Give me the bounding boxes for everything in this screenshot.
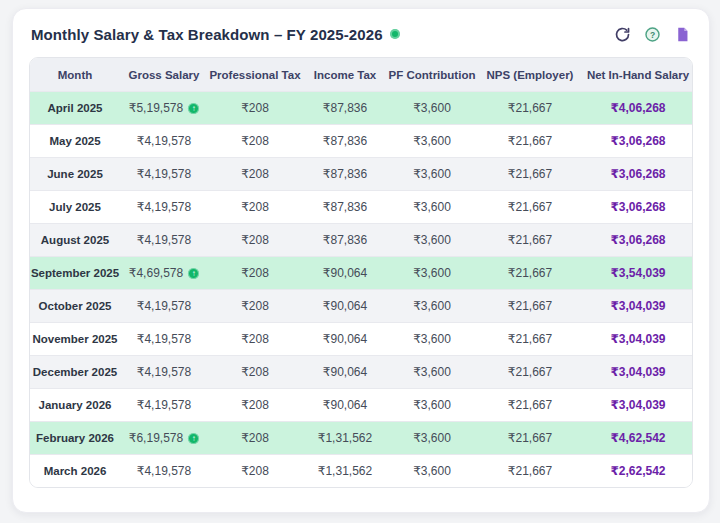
cell-net-in-hand: ₹3,54,039 bbox=[584, 257, 692, 289]
table-row: April 2025 ₹5,19,578↑ ₹208 ₹87,836 ₹3,60… bbox=[30, 91, 692, 124]
cell-month: February 2026 bbox=[30, 422, 120, 454]
cell-income-tax: ₹90,064 bbox=[302, 323, 388, 355]
gross-value: ₹4,19,578 bbox=[137, 233, 191, 247]
cell-income-tax: ₹87,836 bbox=[302, 125, 388, 157]
cell-income-tax: ₹1,31,562 bbox=[302, 422, 388, 454]
cell-net-in-hand: ₹4,62,542 bbox=[584, 422, 692, 454]
gross-value: ₹4,19,578 bbox=[137, 200, 191, 214]
cell-net-in-hand: ₹3,04,039 bbox=[584, 290, 692, 322]
cell-nps-employer: ₹21,667 bbox=[476, 356, 584, 388]
cell-pf-contribution: ₹3,600 bbox=[388, 389, 476, 421]
cell-gross-salary: ₹4,19,578↑ bbox=[120, 323, 208, 355]
cell-pf-contribution: ₹3,600 bbox=[388, 257, 476, 289]
cell-income-tax: ₹90,064 bbox=[302, 290, 388, 322]
cell-gross-salary: ₹4,19,578↑ bbox=[120, 158, 208, 190]
col-header-gross-salary: Gross Salary bbox=[120, 58, 208, 91]
cell-month: April 2025 bbox=[30, 92, 120, 124]
col-header-professional-tax: Professional Tax bbox=[208, 58, 302, 91]
cell-nps-employer: ₹21,667 bbox=[476, 422, 584, 454]
refresh-button[interactable] bbox=[613, 25, 631, 43]
cell-net-in-hand: ₹3,04,039 bbox=[584, 323, 692, 355]
cell-pf-contribution: ₹3,600 bbox=[388, 191, 476, 223]
gross-value: ₹4,19,578 bbox=[137, 299, 191, 313]
cell-month: November 2025 bbox=[30, 323, 120, 355]
gross-value: ₹4,19,578 bbox=[137, 398, 191, 412]
cell-month: June 2025 bbox=[30, 158, 120, 190]
cell-gross-salary: ₹6,19,578↑ bbox=[120, 422, 208, 454]
table-row: May 2025 ₹4,19,578↑ ₹208 ₹87,836 ₹3,600 … bbox=[30, 124, 692, 157]
help-button[interactable]: ? bbox=[643, 25, 661, 43]
cell-pf-contribution: ₹3,600 bbox=[388, 422, 476, 454]
cell-nps-employer: ₹21,667 bbox=[476, 323, 584, 355]
cell-month: December 2025 bbox=[30, 356, 120, 388]
col-header-nps-employer: NPS (Employer) bbox=[476, 58, 584, 91]
cell-gross-salary: ₹4,19,578↑ bbox=[120, 125, 208, 157]
gross-value: ₹4,19,578 bbox=[137, 365, 191, 379]
gross-info-icon[interactable]: ↑ bbox=[188, 268, 199, 279]
cell-pf-contribution: ₹3,600 bbox=[388, 455, 476, 487]
cell-nps-employer: ₹21,667 bbox=[476, 125, 584, 157]
cell-nps-employer: ₹21,667 bbox=[476, 158, 584, 190]
col-header-month: Month bbox=[30, 58, 120, 91]
cell-net-in-hand: ₹4,06,268 bbox=[584, 92, 692, 124]
cell-professional-tax: ₹208 bbox=[208, 257, 302, 289]
cell-pf-contribution: ₹3,600 bbox=[388, 125, 476, 157]
svg-text:?: ? bbox=[649, 29, 654, 39]
table-row: December 2025 ₹4,19,578↑ ₹208 ₹90,064 ₹3… bbox=[30, 355, 692, 388]
live-status-icon bbox=[390, 29, 400, 39]
cell-net-in-hand: ₹3,04,039 bbox=[584, 389, 692, 421]
cell-nps-employer: ₹21,667 bbox=[476, 257, 584, 289]
cell-nps-employer: ₹21,667 bbox=[476, 389, 584, 421]
cell-gross-salary: ₹4,19,578↑ bbox=[120, 224, 208, 256]
table-row: September 2025 ₹4,69,578↑ ₹208 ₹90,064 ₹… bbox=[30, 256, 692, 289]
report-button[interactable] bbox=[673, 25, 691, 43]
cell-nps-employer: ₹21,667 bbox=[476, 191, 584, 223]
cell-income-tax: ₹90,064 bbox=[302, 389, 388, 421]
gross-value: ₹4,69,578 bbox=[129, 266, 183, 280]
cell-month: January 2026 bbox=[30, 389, 120, 421]
table-row: August 2025 ₹4,19,578↑ ₹208 ₹87,836 ₹3,6… bbox=[30, 223, 692, 256]
table-row: July 2025 ₹4,19,578↑ ₹208 ₹87,836 ₹3,600… bbox=[30, 190, 692, 223]
col-header-pf-contribution: PF Contribution bbox=[388, 58, 476, 91]
cell-professional-tax: ₹208 bbox=[208, 323, 302, 355]
cell-professional-tax: ₹208 bbox=[208, 389, 302, 421]
cell-income-tax: ₹87,836 bbox=[302, 92, 388, 124]
page-title: Monthly Salary & Tax Breakdown – FY 2025… bbox=[31, 26, 383, 43]
table-body: April 2025 ₹5,19,578↑ ₹208 ₹87,836 ₹3,60… bbox=[30, 91, 692, 487]
cell-net-in-hand: ₹2,62,542 bbox=[584, 455, 692, 487]
cell-month: May 2025 bbox=[30, 125, 120, 157]
cell-income-tax: ₹87,836 bbox=[302, 224, 388, 256]
cell-income-tax: ₹90,064 bbox=[302, 257, 388, 289]
cell-nps-employer: ₹21,667 bbox=[476, 224, 584, 256]
gross-info-icon[interactable]: ↑ bbox=[188, 103, 199, 114]
cell-net-in-hand: ₹3,04,039 bbox=[584, 356, 692, 388]
col-header-net-in-hand: Net In-Hand Salary bbox=[584, 58, 692, 91]
cell-net-in-hand: ₹3,06,268 bbox=[584, 125, 692, 157]
cell-net-in-hand: ₹3,06,268 bbox=[584, 158, 692, 190]
table-row: February 2026 ₹6,19,578↑ ₹208 ₹1,31,562 … bbox=[30, 421, 692, 454]
table-row: November 2025 ₹4,19,578↑ ₹208 ₹90,064 ₹3… bbox=[30, 322, 692, 355]
gross-value: ₹5,19,578 bbox=[129, 101, 183, 115]
cell-month: August 2025 bbox=[30, 224, 120, 256]
gross-value: ₹4,19,578 bbox=[137, 134, 191, 148]
cell-nps-employer: ₹21,667 bbox=[476, 455, 584, 487]
cell-gross-salary: ₹4,19,578↑ bbox=[120, 389, 208, 421]
cell-net-in-hand: ₹3,06,268 bbox=[584, 224, 692, 256]
cell-month: September 2025 bbox=[30, 257, 120, 289]
document-icon bbox=[674, 26, 691, 43]
table-row: January 2026 ₹4,19,578↑ ₹208 ₹90,064 ₹3,… bbox=[30, 388, 692, 421]
help-icon: ? bbox=[644, 26, 661, 43]
cell-professional-tax: ₹208 bbox=[208, 290, 302, 322]
cell-professional-tax: ₹208 bbox=[208, 125, 302, 157]
table-header-row: Month Gross Salary Professional Tax Inco… bbox=[30, 58, 692, 91]
table-row: June 2025 ₹4,19,578↑ ₹208 ₹87,836 ₹3,600… bbox=[30, 157, 692, 190]
cell-gross-salary: ₹5,19,578↑ bbox=[120, 92, 208, 124]
cell-pf-contribution: ₹3,600 bbox=[388, 356, 476, 388]
cell-gross-salary: ₹4,19,578↑ bbox=[120, 455, 208, 487]
cell-month: July 2025 bbox=[30, 191, 120, 223]
gross-info-icon[interactable]: ↑ bbox=[188, 433, 199, 444]
cell-professional-tax: ₹208 bbox=[208, 356, 302, 388]
cell-professional-tax: ₹208 bbox=[208, 158, 302, 190]
card-header: Monthly Salary & Tax Breakdown – FY 2025… bbox=[29, 25, 693, 43]
cell-gross-salary: ₹4,19,578↑ bbox=[120, 290, 208, 322]
